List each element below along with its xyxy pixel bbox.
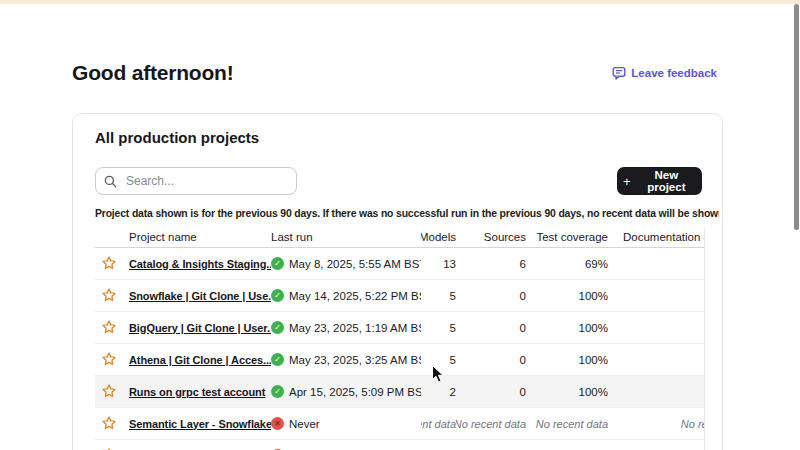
table-row[interactable]: Athena | Git Clone | Acces... ✓ May 23, … <box>95 344 704 376</box>
run-success-icon: ✓ <box>271 321 284 334</box>
new-project-button[interactable]: + New project <box>617 167 702 195</box>
favorite-star-button[interactable] <box>100 254 117 271</box>
models-value: 5 <box>421 290 456 302</box>
sources-value: 6 <box>456 258 526 270</box>
project-link[interactable]: Snowflake | Git Clone | Use... <box>129 290 271 302</box>
last-run-value: May 23, 2025, 3:25 AM BST <box>289 354 421 366</box>
plus-icon: + <box>623 175 631 188</box>
search-icon <box>104 175 117 188</box>
run-success-icon: ✓ <box>271 289 284 302</box>
test-coverage-value: 100% <box>526 354 608 366</box>
last-run-value: Never <box>289 418 320 430</box>
models-value: 5 <box>421 322 456 334</box>
header-test-coverage: Test coverage <box>526 231 608 243</box>
test-coverage-value: 100% <box>526 386 608 398</box>
leave-feedback-label: Leave feedback <box>631 67 717 79</box>
project-link[interactable]: Athena | Git Clone | Acces... <box>129 354 271 366</box>
projects-panel: All production projects + New project Pr… <box>72 113 723 450</box>
favorite-star-button[interactable] <box>100 286 117 303</box>
page-title: Good afternoon! <box>72 61 233 85</box>
star-icon <box>101 319 117 335</box>
favorite-star-button[interactable] <box>100 318 117 335</box>
run-success-icon: ✓ <box>271 353 284 366</box>
table-row[interactable]: Catalog & Insights Staging... ✓ May 8, 2… <box>95 248 704 280</box>
table-row[interactable]: Semantic Layer - Snowflake ✕ Never No re… <box>95 408 704 440</box>
favorite-star-button[interactable] <box>100 446 117 450</box>
last-run-value: May 14, 2025, 5:22 PM BST <box>289 290 421 302</box>
star-icon <box>101 415 117 431</box>
sources-value: 0 <box>456 354 526 366</box>
project-link[interactable]: Runs on grpc test account <box>129 386 265 398</box>
favorite-star-button[interactable] <box>100 350 117 367</box>
table-row[interactable]: Snowflake | Git Clone | Use... ✓ May 14,… <box>95 280 704 312</box>
last-run-value: Apr 15, 2025, 5:09 PM BST <box>289 386 421 398</box>
sources-value: 0 <box>456 322 526 334</box>
project-link[interactable]: Semantic Layer - Snowflake <box>129 418 271 430</box>
star-icon <box>101 287 117 303</box>
star-icon <box>101 255 117 271</box>
new-project-label: New project <box>637 169 696 193</box>
header-project-name: Project name <box>129 231 271 243</box>
header-models: Models <box>421 231 456 243</box>
table-row[interactable]: Runs on grpc test account ✓ Apr 15, 2025… <box>95 376 704 408</box>
star-icon <box>101 383 117 399</box>
models-value: 5 <box>421 354 456 366</box>
test-coverage-value: 69% <box>526 258 608 270</box>
run-success-icon: ✓ <box>271 385 284 398</box>
star-icon <box>101 351 117 367</box>
test-coverage-value: No recent data <box>526 418 608 430</box>
project-link[interactable]: BigQuery | Git Clone | User... <box>129 322 271 334</box>
favorite-star-button[interactable] <box>100 414 117 431</box>
documentation-coverage-value: No recent data <box>608 418 705 430</box>
vertical-scrollbar[interactable] <box>794 4 799 230</box>
run-success-icon: ✓ <box>271 257 284 270</box>
table-body: Catalog & Insights Staging... ✓ May 8, 2… <box>95 248 704 450</box>
projects-table: Project name Last run Models Sources Tes… <box>95 227 705 450</box>
data-range-note: Project data shown is for the previous 9… <box>95 208 719 219</box>
search-box[interactable] <box>95 167 297 195</box>
sources-value: 0 <box>456 290 526 302</box>
panel-title: All production projects <box>95 129 259 146</box>
test-coverage-value: 100% <box>526 322 608 334</box>
header-documentation-coverage: Documentation coverage <box>608 231 705 243</box>
top-accent-strip <box>0 0 800 4</box>
sources-value: 0 <box>456 386 526 398</box>
leave-feedback-link[interactable]: Leave feedback <box>612 66 717 80</box>
models-value: No recent data <box>421 418 456 430</box>
table-row[interactable]: Snowflake | Git Clone | Key... ✕ Never N… <box>95 440 704 450</box>
run-failed-icon: ✕ <box>271 417 284 430</box>
header-last-run: Last run <box>271 231 421 243</box>
search-input[interactable] <box>124 173 288 189</box>
last-run-value: May 8, 2025, 5:55 AM BST <box>289 258 421 270</box>
project-link[interactable]: Catalog & Insights Staging... <box>129 258 271 270</box>
sources-value: No recent data <box>456 418 526 430</box>
models-value: 13 <box>421 258 456 270</box>
last-run-value: May 23, 2025, 1:19 AM BST <box>289 322 421 334</box>
models-value: 2 <box>421 386 456 398</box>
favorite-star-button[interactable] <box>100 382 117 399</box>
table-row[interactable]: BigQuery | Git Clone | User... ✓ May 23,… <box>95 312 704 344</box>
feedback-icon <box>612 66 626 80</box>
test-coverage-value: 100% <box>526 290 608 302</box>
header-sources: Sources <box>456 231 526 243</box>
table-header: Project name Last run Models Sources Tes… <box>95 227 704 248</box>
